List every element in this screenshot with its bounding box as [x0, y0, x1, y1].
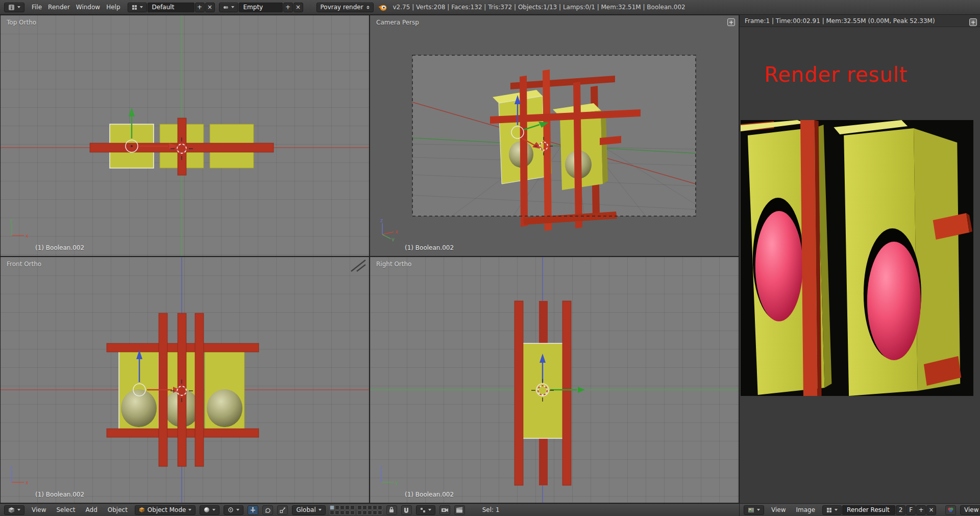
image-editor-header: View Image Render Result 2 F + × View 1: [739, 503, 980, 516]
menu-object[interactable]: Object: [105, 506, 131, 513]
snap-element-dropdown[interactable]: [416, 505, 435, 515]
manipulator-translate-button[interactable]: [248, 505, 258, 515]
layer-toggle[interactable]: [357, 505, 362, 510]
opengl-render-anim-button[interactable]: [454, 505, 465, 515]
snap-increment-icon: [420, 507, 426, 513]
active-object-info: (1) Boolean.002: [405, 491, 454, 498]
image-editor-canvas[interactable]: Render result: [740, 27, 980, 503]
screen-name-field[interactable]: Default: [148, 3, 194, 12]
layer-toggle[interactable]: [368, 505, 372, 510]
layer-toggle[interactable]: [357, 510, 362, 515]
editor-type-info-button[interactable]: [4, 3, 24, 12]
svg-text:x: x: [26, 480, 29, 485]
layer-toggle[interactable]: [350, 510, 355, 515]
chevron-down-icon: [835, 509, 838, 511]
lock-icon: [388, 506, 395, 513]
boolean-object-group[interactable]: [514, 301, 571, 485]
mode-dropdown[interactable]: Object Mode: [135, 505, 196, 515]
manipulator-scale-button[interactable]: [277, 505, 288, 515]
menu-add[interactable]: Add: [83, 506, 101, 513]
area-resize-corner[interactable]: [349, 258, 369, 273]
active-object-info: (1) Boolean.002: [35, 491, 84, 498]
boolean-object-group[interactable]: [90, 118, 274, 175]
layer-toggle[interactable]: [335, 510, 339, 515]
viewport-camera-persp[interactable]: Camera Persp x y z (1) Boolean.002: [370, 15, 739, 256]
render-slot-dropdown[interactable]: View 1: [960, 505, 980, 515]
manipulator-y-arrowhead: [129, 107, 135, 116]
viewport-right-ortho[interactable]: Right Ortho y z (1) Boolean.002: [370, 256, 739, 503]
red-bar-vertical[interactable]: [562, 301, 571, 485]
layer-toggle[interactable]: [330, 505, 334, 510]
scene-close-button[interactable]: ×: [293, 3, 303, 12]
layer-toggle[interactable]: [378, 505, 382, 510]
layer-toggle[interactable]: [362, 510, 367, 515]
menu-view[interactable]: View: [768, 506, 789, 513]
boolean-sphere[interactable]: [207, 389, 242, 427]
viewport-shading-dropdown[interactable]: [200, 505, 219, 515]
menu-view[interactable]: View: [29, 506, 49, 513]
pivot-point-dropdown[interactable]: [224, 505, 243, 515]
display-channels-button[interactable]: [945, 505, 956, 515]
layer-toggle[interactable]: [330, 510, 334, 515]
layers-left-block[interactable]: [330, 505, 355, 515]
region-expand-icon[interactable]: +: [727, 18, 735, 26]
opengl-render-button[interactable]: [439, 505, 450, 515]
layer-toggle[interactable]: [345, 505, 350, 510]
layer-toggle[interactable]: [368, 510, 372, 515]
image-close-button[interactable]: ×: [926, 505, 936, 515]
image-browse-button[interactable]: [822, 505, 842, 515]
layer-toggle[interactable]: [345, 510, 350, 515]
browse-grid-icon: [132, 5, 137, 10]
mini-axis-gizmo: y z: [376, 465, 400, 488]
layers-widget[interactable]: [330, 505, 382, 515]
scene-lock-button[interactable]: [386, 505, 397, 515]
menu-help[interactable]: Help: [103, 4, 123, 11]
layer-toggle[interactable]: [340, 510, 345, 515]
chevron-down-icon: [17, 6, 20, 8]
svg-text:z: z: [379, 465, 382, 470]
layer-toggle[interactable]: [373, 510, 377, 515]
active-object-info: (1) Boolean.002: [405, 244, 454, 251]
screen-browse-button[interactable]: [128, 3, 147, 12]
screen-close-button[interactable]: ×: [205, 3, 215, 12]
scene-add-button[interactable]: +: [283, 3, 293, 12]
layers-right-block[interactable]: [357, 505, 382, 515]
region-expand-icon[interactable]: +: [969, 18, 977, 26]
layer-toggle[interactable]: [340, 505, 345, 510]
viewport-top-ortho[interactable]: Top Ortho x y (1) Boolean.002: [0, 15, 370, 256]
render-pink-sphere: [755, 211, 803, 321]
layer-toggle[interactable]: [373, 505, 377, 510]
image-name-field[interactable]: Render Result: [842, 505, 895, 515]
menu-file[interactable]: File: [29, 4, 45, 11]
layer-toggle[interactable]: [378, 510, 382, 515]
red-bar-vertical[interactable]: [514, 301, 523, 485]
image-users-badge[interactable]: 2: [896, 505, 905, 515]
menu-image[interactable]: Image: [793, 506, 818, 513]
red-bar-vertical[interactable]: [520, 76, 528, 227]
menu-render[interactable]: Render: [45, 4, 73, 11]
layer-toggle[interactable]: [362, 505, 367, 510]
viewport-front-ortho[interactable]: Front Ortho x z (1) Boolean.002: [0, 256, 370, 503]
layer-toggle[interactable]: [350, 505, 355, 510]
snap-toggle-button[interactable]: [401, 505, 412, 515]
blender-logo: [378, 4, 387, 11]
boolean-object-group[interactable]: [107, 313, 259, 466]
scene-name-field[interactable]: Empty: [239, 3, 283, 12]
menu-select[interactable]: Select: [53, 506, 78, 513]
image-new-button[interactable]: +: [916, 505, 926, 515]
render-engine-dropdown[interactable]: Povray render: [316, 3, 374, 12]
menu-window[interactable]: Window: [73, 4, 103, 11]
fake-user-button[interactable]: F: [906, 505, 916, 515]
boolean-sphere[interactable]: [121, 389, 157, 427]
editor-type-3dview-button[interactable]: [4, 505, 24, 515]
manipulator-rotate-button[interactable]: [262, 505, 273, 515]
main-menubar: File Render Window Help: [29, 4, 124, 11]
transform-orientation-dropdown[interactable]: Global: [292, 505, 325, 515]
screen-add-button[interactable]: +: [195, 3, 205, 12]
red-bar-vertical[interactable]: [178, 118, 186, 175]
chevron-down-icon: [140, 6, 143, 8]
layer-toggle[interactable]: [335, 505, 339, 510]
editor-type-image-button[interactable]: [744, 505, 764, 515]
red-bar-vertical[interactable]: [195, 313, 204, 466]
scene-browse-button[interactable]: [219, 3, 238, 12]
